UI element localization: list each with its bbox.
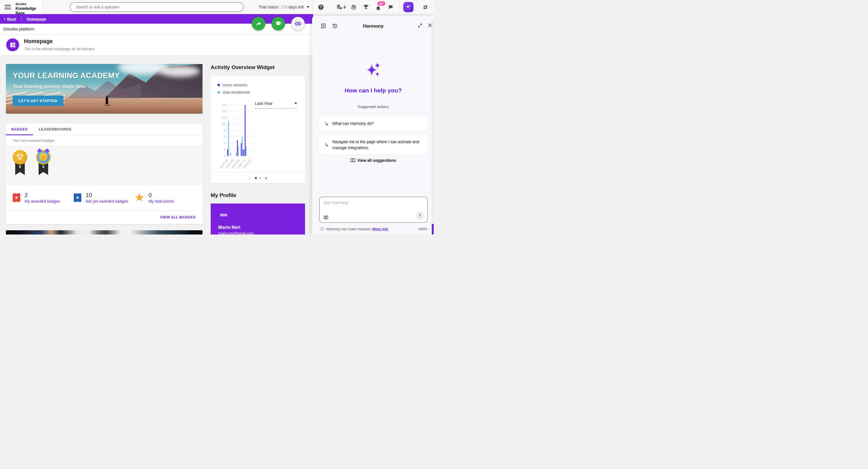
trial-days: 339 — [280, 5, 287, 9]
branch-arrow-icon: ↳ — [325, 142, 329, 148]
get-started-button[interactable]: LET'S GET STARTED — [13, 95, 63, 106]
share-button[interactable] — [252, 17, 265, 30]
search-input[interactable] — [70, 2, 244, 12]
legend-label: User enrollments — [222, 90, 250, 94]
carousel-prev-icon[interactable]: ‹ — [249, 175, 251, 181]
avatar: MN — [220, 212, 227, 217]
graduation-cap-icon — [275, 20, 282, 27]
view-all-suggestions-button[interactable]: View all suggestions — [312, 158, 434, 163]
hero-subtitle: Your learning journey starts here. — [13, 84, 87, 89]
expand-icon[interactable] — [418, 23, 423, 28]
chart-legend: Users sessions User enrollments — [217, 83, 250, 97]
suggestion-navigate-integrations[interactable]: ↳ Navigate me to the page where I can ac… — [319, 135, 428, 154]
profile-email: mario.neri@email.com — [218, 231, 253, 235]
profile-card: MN Mario Neri mario.neri@email.com — [211, 204, 305, 235]
photo-card-partial — [6, 230, 203, 235]
trial-status-dropdown[interactable]: Trial status: 339 days left — [258, 0, 310, 14]
carousel-next-icon[interactable]: › — [265, 175, 267, 181]
carousel-dot-active[interactable] — [255, 177, 257, 179]
stat-link-points[interactable]: My total points — [148, 199, 174, 204]
send-button[interactable]: ↑ — [416, 211, 425, 220]
suggestion-text: What can Harmony do? — [332, 121, 374, 126]
svg-text:8: 8 — [224, 129, 225, 132]
legend-label: Users sessions — [222, 83, 247, 87]
logo-knowledge-base-text: Knowledge Base — [16, 6, 42, 15]
stat-link-awarded[interactable]: My awarded badges — [25, 199, 60, 204]
stat-link-not-awarded[interactable]: Not yet awarded badges — [86, 199, 128, 204]
hamburger-menu-icon[interactable] — [4, 5, 11, 9]
profile-name: Mario Neri — [218, 225, 240, 230]
badge-medal-first[interactable]: 1 0 — [36, 150, 51, 185]
help-icon[interactable]: ? — [318, 0, 323, 14]
more-info-link[interactable]: More info — [372, 227, 388, 231]
svg-text:10: 10 — [222, 122, 225, 126]
info-icon: ⓘ — [320, 227, 324, 232]
harmony-footer: ⓘ Harmony can make mistakes More info 0/… — [320, 227, 427, 232]
ask-harmony-input[interactable] — [323, 200, 408, 212]
suggestion-what-can-harmony-do[interactable]: ↳ What can Harmony do? — [319, 116, 428, 131]
learning-button[interactable] — [272, 17, 285, 30]
book-icon — [350, 158, 355, 163]
badge-medal-trophy[interactable]: 0 — [13, 150, 27, 185]
panel-scrollbar-track[interactable] — [431, 19, 434, 235]
disclaimer-text: Harmony can make mistakes — [326, 227, 371, 231]
svg-text:4: 4 — [224, 142, 225, 145]
char-counter: 0/500 — [418, 227, 427, 231]
page-subtitle: This is the official homepage for all le… — [24, 47, 95, 51]
legend-item-sessions: Users sessions — [217, 83, 250, 87]
hero-title: YOUR LEARNING ACADEMY — [13, 71, 120, 80]
app-logo[interactable]: docebo Knowledge Base — [11, 0, 42, 14]
tab-leaderboards[interactable]: LEADERBOARDS — [39, 127, 71, 131]
trophy-icon[interactable] — [363, 0, 369, 14]
points-star-icon — [135, 193, 144, 202]
hero-banner: YOUR LEARNING ACADEMY Your learning jour… — [6, 64, 203, 114]
notification-count-badge: 99+ — [377, 1, 385, 6]
view-all-suggestions-label: View all suggestions — [358, 158, 396, 163]
ai-assistant-button[interactable] — [403, 2, 413, 12]
copy-link-button[interactable] — [291, 17, 305, 30]
stat-not-awarded-badges: ★ 10 Not yet awarded badges — [74, 192, 135, 204]
svg-text:14: 14 — [222, 110, 225, 113]
harmony-greeting: How can I help you? — [312, 87, 434, 94]
back-button[interactable]: ‹ Back — [4, 17, 16, 21]
legend-dot-sessions — [217, 84, 220, 86]
stat-value: 2 — [25, 192, 60, 198]
badges-card-footer: VIEW ALL BADGES — [6, 210, 203, 224]
panel-scrollbar-thumb[interactable] — [432, 224, 434, 235]
ask-harmony-inputbox: ↑ — [319, 197, 428, 223]
hero-cloud — [160, 66, 200, 77]
active-tab-indicator — [6, 135, 33, 135]
svg-text:2: 2 — [224, 148, 225, 151]
breadcrumb: Docebo platform — [3, 27, 34, 31]
page-title: Homepage — [24, 38, 53, 45]
carousel-dot[interactable] — [259, 177, 261, 179]
stat-total-points: 0 My total points — [135, 192, 196, 204]
not-awarded-badge-icon: ★ — [74, 193, 82, 202]
tab-badges[interactable]: BADGES — [11, 127, 28, 131]
svg-text:16: 16 — [222, 104, 225, 107]
harmony-panel: Harmony How can I help you? Suggested ac… — [312, 16, 434, 235]
stat-value: 0 — [148, 192, 174, 198]
tune-options-icon[interactable] — [323, 215, 329, 219]
svg-text:12: 12 — [222, 116, 225, 119]
homepage-grid-icon — [6, 38, 19, 51]
awarded-badge-icon: ★ — [13, 193, 20, 202]
secondary-nav-bar: ‹ Back Homepage — [0, 14, 313, 24]
gift-icon[interactable] — [351, 0, 356, 14]
activity-bar-chart: 02468101214162025-022025-052025-082025-1… — [211, 99, 305, 172]
share-arrow-icon — [255, 21, 261, 27]
coins-icon[interactable]: 0 — [337, 0, 346, 14]
gear-icon[interactable] — [423, 0, 428, 14]
stat-awarded-badges: ★ 2 My awarded badges — [13, 192, 74, 204]
my-profile-title: My Profile — [211, 192, 236, 198]
activity-chart-card: Users sessions User enrollments Last Yea… — [211, 76, 305, 183]
badges-card: BADGES LEADERBOARDS Your last awarded ba… — [6, 123, 203, 224]
chat-icon[interactable] — [388, 0, 394, 14]
badges-tabs: BADGES LEADERBOARDS — [6, 123, 203, 135]
top-bar: docebo Knowledge Base Trial status: 339 … — [0, 0, 434, 14]
view-all-badges-link[interactable]: VIEW ALL BADGES — [160, 215, 196, 219]
suggested-actions-label: Suggested actions — [312, 105, 434, 109]
homepage-link[interactable]: Homepage — [27, 17, 46, 21]
svg-text:0: 0 — [224, 154, 225, 157]
first-place-medal-icon: 1 — [36, 150, 51, 165]
